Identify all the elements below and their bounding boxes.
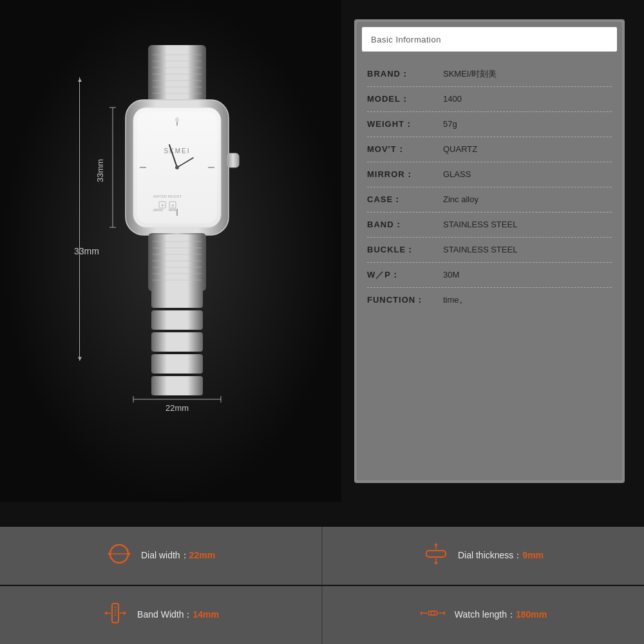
watch-length-icon: [420, 601, 446, 630]
info-panel: Basic Information BRAND： SKMEI/时刻美 MODEL…: [354, 19, 625, 483]
svg-marker-58: [434, 543, 438, 545]
watch-image: SKMEI WATER RESIST ⚑ ⚙ JAPAN MVMT: [93, 45, 261, 419]
svg-text:22mm: 22mm: [166, 403, 189, 413]
spec-bars: Dial width：22mm Dial thickness：9mm: [0, 527, 644, 644]
svg-text:WATER RESIST: WATER RESIST: [153, 194, 182, 198]
info-value: GLASS: [443, 169, 471, 179]
info-row: FUNCTION： time。: [367, 288, 612, 312]
svg-text:MVMT: MVMT: [169, 208, 178, 212]
svg-marker-59: [434, 562, 438, 565]
info-row: W／P： 30M: [367, 263, 612, 288]
band-width-icon: [102, 601, 128, 630]
spec-row-2: Band Width：14mm Watch length：180mm: [0, 586, 644, 644]
spec-row-1: Dial width：22mm Dial thickness：9mm: [0, 527, 644, 585]
info-row: BAND： STAINLESS STEEL: [367, 213, 612, 238]
svg-marker-54: [128, 552, 131, 556]
info-row: BRAND： SKMEI/时刻美: [367, 62, 612, 87]
spec-band-width-text: Band Width：14mm: [137, 609, 219, 621]
info-row: MIRROR： GLASS: [367, 162, 612, 187]
svg-text:JAPAN: JAPAN: [153, 208, 163, 212]
svg-marker-53: [108, 552, 110, 556]
svg-marker-74: [444, 611, 445, 615]
info-key: MOV'T：: [367, 144, 438, 155]
info-row: CASE： Zinc alloy: [367, 187, 612, 213]
spec-cell-dial-width: Dial width：22mm: [0, 527, 321, 585]
svg-marker-63: [104, 611, 107, 615]
info-rows: BRAND： SKMEI/时刻美 MODEL： 1400 WEIGHT： 57g…: [357, 57, 622, 480]
info-card: Basic Information BRAND： SKMEI/时刻美 MODEL…: [357, 22, 622, 480]
info-key: MIRROR：: [367, 169, 438, 180]
spec-watch-length-text: Watch length：180mm: [455, 609, 547, 621]
info-value: 30M: [443, 270, 459, 279]
svg-text:SKMEI: SKMEI: [164, 147, 190, 155]
info-row: WEIGHT： 57g: [367, 112, 612, 137]
info-title: Basic Information: [371, 35, 441, 44]
svg-rect-30: [151, 234, 203, 291]
info-value: QUARTZ: [443, 144, 477, 154]
info-value: time。: [443, 294, 468, 306]
info-value: STAINLESS STEEL: [443, 245, 517, 254]
svg-rect-38: [151, 289, 203, 308]
svg-rect-41: [151, 354, 203, 374]
svg-text:⚑: ⚑: [161, 204, 164, 207]
svg-marker-64: [124, 611, 126, 615]
info-key: BRAND：: [367, 68, 438, 80]
svg-marker-73: [421, 611, 422, 615]
dial-thickness-icon: [423, 542, 449, 571]
svg-rect-69: [428, 611, 437, 615]
info-row: BUCKLE： STAINLESS STEEL: [367, 238, 612, 263]
watch-panel: ▲ ▼ 33mm SKMEI: [0, 0, 341, 502]
info-title-bar: Basic Information: [362, 27, 617, 52]
info-key: MODEL：: [367, 93, 438, 105]
svg-rect-40: [151, 332, 203, 352]
svg-rect-55: [426, 551, 446, 557]
info-value: STAINLESS STEEL: [443, 220, 517, 229]
info-value: 1400: [443, 94, 462, 104]
svg-text:33mm: 33mm: [95, 159, 105, 182]
info-value: Zinc alloy: [443, 194, 478, 204]
info-key: CASE：: [367, 194, 438, 205]
spec-cell-band-width: Band Width：14mm: [0, 586, 321, 644]
info-key: FUNCTION：: [367, 294, 438, 306]
info-value: SKMEI/时刻美: [443, 68, 497, 80]
info-row: MODEL： 1400: [367, 87, 612, 112]
info-key: BUCKLE：: [367, 244, 438, 256]
spec-dial-width-text: Dial width：22mm: [141, 550, 215, 562]
svg-point-70: [431, 611, 435, 615]
svg-rect-60: [112, 603, 118, 623]
svg-point-20: [175, 166, 179, 169]
spec-cell-watch-length: Watch length：180mm: [323, 586, 644, 644]
spec-dial-thickness-text: Dial thickness：9mm: [458, 550, 544, 562]
info-key: BAND：: [367, 219, 438, 231]
info-value: 57g: [443, 119, 457, 129]
info-row: MOV'T： QUARTZ: [367, 137, 612, 162]
svg-rect-12: [227, 153, 239, 167]
svg-rect-39: [151, 310, 203, 330]
svg-rect-42: [151, 376, 203, 395]
spec-cell-dial-thickness: Dial thickness：9mm: [323, 527, 644, 585]
dial-width-icon: [106, 542, 132, 571]
info-key: W／P：: [367, 269, 438, 281]
info-key: WEIGHT：: [367, 118, 438, 130]
